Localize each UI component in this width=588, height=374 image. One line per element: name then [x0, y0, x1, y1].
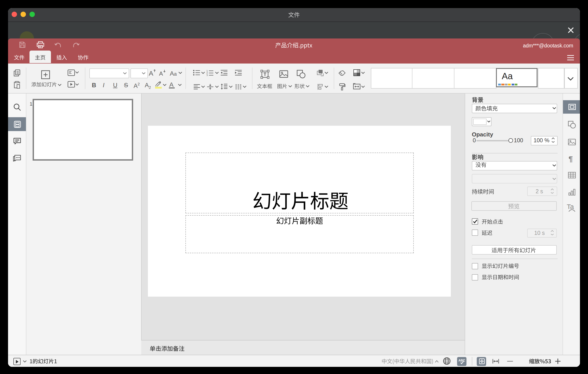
svg-text:3: 3 [206, 74, 208, 76]
svg-text:ABC: ABC [458, 358, 465, 362]
